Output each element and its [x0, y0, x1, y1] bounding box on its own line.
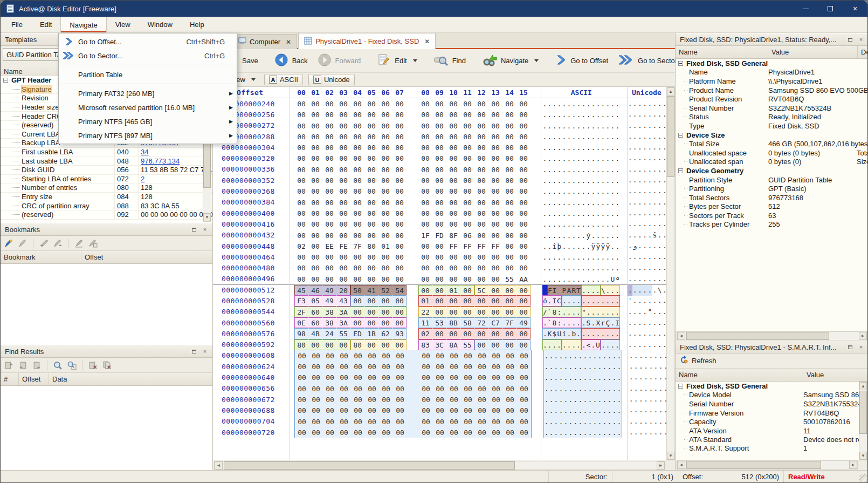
scrollbar-thumb[interactable] — [859, 391, 867, 434]
unicode-char[interactable]: . — [657, 131, 662, 142]
delete-all-results-icon[interactable] — [102, 360, 112, 370]
hex-byte[interactable]: 00 — [461, 361, 475, 372]
menu-help[interactable]: Help — [181, 17, 213, 32]
unicode-char[interactable]: . — [643, 219, 647, 229]
ascii-char[interactable]: . — [617, 361, 622, 372]
hex-byte[interactable]: 01 — [378, 241, 392, 251]
hex-byte[interactable]: 00 — [323, 416, 337, 427]
property-row[interactable]: Device ModelSamsung SSD 860 EVO 500GB — [676, 391, 859, 400]
hex-byte[interactable]: 55 — [460, 339, 474, 350]
unicode-char[interactable]: . — [629, 416, 633, 427]
hex-byte[interactable]: 00 — [488, 164, 502, 175]
scroll-left-icon[interactable]: ◄ — [677, 461, 685, 469]
hex-byte[interactable]: 00 — [432, 131, 446, 142]
ascii-char[interactable]: . — [583, 427, 588, 438]
hex-byte[interactable]: 00 — [364, 120, 378, 131]
hex-row[interactable]: 0000000006080000000000000000000000000000… — [213, 350, 666, 361]
hex-byte[interactable]: 20 — [336, 285, 350, 296]
template-tree-row[interactable]: (reserved)09200 00 00 00 00 00 00 0... — [1, 210, 212, 220]
ascii-char[interactable]: . — [578, 427, 583, 438]
ascii-char[interactable]: . — [578, 383, 583, 394]
ascii-char[interactable]: . — [567, 274, 571, 284]
name-column-header[interactable]: Name — [676, 46, 768, 58]
ascii-char[interactable]: . — [610, 307, 615, 317]
ascii-char[interactable]: . — [547, 262, 552, 273]
hex-byte[interactable]: 00 — [447, 427, 461, 438]
hex-byte[interactable]: 11 — [418, 317, 432, 328]
hex-byte[interactable]: 00 — [337, 372, 351, 383]
ascii-char[interactable]: . — [547, 120, 552, 131]
hex-byte[interactable]: 38 — [322, 317, 336, 328]
ascii-char[interactable]: . — [542, 241, 547, 251]
ascii-char[interactable]: . — [605, 328, 610, 339]
ascii-char[interactable]: . — [615, 339, 620, 350]
ascii-char[interactable]: . — [567, 317, 571, 328]
property-group-row[interactable]: Device Size — [676, 131, 868, 140]
ascii-char[interactable]: . — [544, 405, 549, 416]
hex-byte[interactable]: 00 — [364, 339, 378, 350]
property-row[interactable]: Platform Name\\.\PhysicalDrive1 — [676, 77, 868, 86]
ascii-char[interactable]: . — [559, 416, 563, 427]
hex-byte[interactable]: 00 — [308, 109, 322, 120]
ascii-char[interactable]: . — [542, 164, 547, 175]
unicode-char[interactable]: . — [632, 230, 637, 241]
unicode-char[interactable]: . — [637, 241, 642, 251]
hex-byte[interactable]: 00 — [336, 230, 350, 241]
ascii-char[interactable]: . — [607, 427, 612, 438]
hex-byte[interactable]: 00 — [419, 427, 433, 438]
hex-row[interactable]: 0000000002560000000000000000000000000000… — [213, 109, 666, 120]
hex-byte[interactable]: 00 — [392, 109, 407, 120]
hex-byte[interactable]: 00 — [474, 328, 488, 339]
ascii-char[interactable]: . — [567, 109, 571, 120]
hex-byte[interactable]: 00 — [419, 405, 433, 416]
hex-byte[interactable]: 00 — [294, 186, 308, 196]
ascii-char[interactable]: . — [544, 383, 549, 394]
ascii-char[interactable]: . — [557, 274, 562, 284]
ascii-char[interactable]: . — [581, 339, 586, 350]
unicode-char[interactable]: . — [628, 339, 632, 350]
ascii-char[interactable]: . — [542, 142, 547, 153]
hex-byte[interactable]: 00 — [322, 164, 336, 175]
scroll-up-icon[interactable]: ▲ — [859, 382, 867, 390]
hex-byte[interactable]: 00 — [336, 109, 350, 120]
hex-byte[interactable]: 00 — [446, 164, 460, 175]
ascii-char[interactable]: . — [562, 120, 567, 131]
unicode-char[interactable]: . — [657, 186, 662, 196]
hex-byte[interactable]: 00 — [309, 394, 323, 405]
unicode-char[interactable]: . — [633, 394, 638, 405]
hex-byte[interactable]: 00 — [433, 394, 447, 405]
unicode-char[interactable]: . — [647, 317, 652, 328]
unicode-char[interactable]: . — [647, 241, 652, 251]
smart-vertical-scrollbar[interactable]: ▲ ▼ — [859, 382, 867, 460]
ascii-char[interactable]: . — [586, 251, 591, 262]
hex-byte[interactable]: 00 — [392, 262, 407, 273]
hex-byte[interactable]: 00 — [516, 262, 531, 273]
ascii-char[interactable]: . — [607, 350, 612, 361]
ascii-char[interactable]: . — [571, 208, 576, 219]
unicode-char[interactable]: . — [662, 285, 666, 296]
ascii-char[interactable]: . — [542, 109, 547, 120]
ascii-char[interactable]: . — [610, 109, 615, 120]
hex-byte[interactable]: 00 — [393, 416, 407, 427]
ascii-char[interactable]: . — [567, 208, 571, 219]
ascii-char[interactable]: . — [554, 361, 559, 372]
unicode-char[interactable]: . — [632, 131, 637, 142]
hex-byte[interactable]: 00 — [365, 372, 379, 383]
hex-byte[interactable]: 00 — [378, 219, 392, 229]
ascii-char[interactable]: . — [557, 164, 562, 175]
ascii-char[interactable]: . — [552, 262, 557, 273]
ascii-char[interactable]: . — [581, 131, 586, 142]
hex-row[interactable]: 0000000005124546492050415254000001005C00… — [213, 284, 666, 295]
tree-item-value-text[interactable]: 34 — [141, 148, 148, 156]
ascii-char[interactable]: . — [596, 251, 601, 262]
unicode-char[interactable]: . — [647, 262, 652, 273]
hex-byte[interactable]: 49 — [516, 317, 531, 328]
hex-row[interactable]: 0000000006240000000000000000000000000000… — [213, 361, 666, 372]
unicode-char[interactable]: . — [647, 285, 652, 296]
ascii-char[interactable]: . — [610, 219, 615, 229]
ascii-char[interactable]: . — [552, 197, 557, 208]
ascii-char[interactable]: . — [576, 186, 581, 196]
hex-byte[interactable]: 00 — [350, 153, 364, 164]
hex-byte[interactable]: 00 — [474, 251, 488, 262]
bookmarks-list[interactable] — [1, 264, 212, 345]
